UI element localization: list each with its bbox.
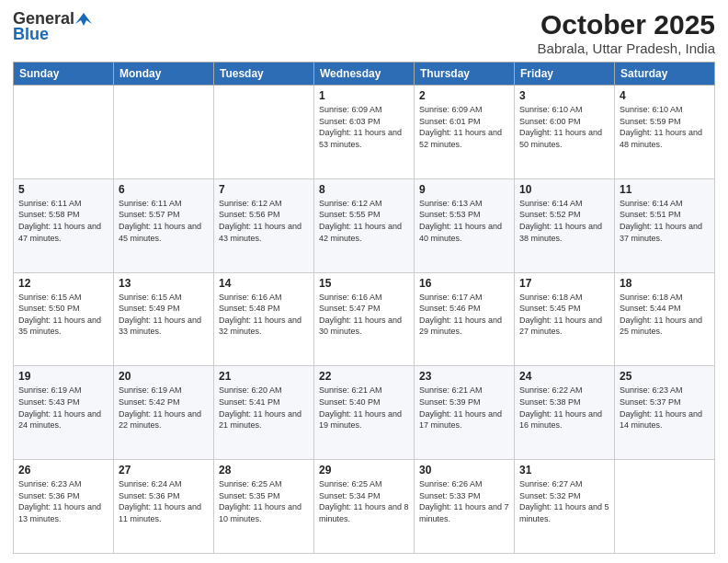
table-row <box>615 460 715 554</box>
day-number: 15 <box>319 277 409 290</box>
day-number: 19 <box>18 370 108 383</box>
day-number: 14 <box>219 277 309 290</box>
day-detail: Sunrise: 6:23 AMSunset: 5:37 PMDaylight:… <box>620 385 710 431</box>
day-detail: Sunrise: 6:27 AMSunset: 5:32 PMDaylight:… <box>519 478 609 524</box>
table-row: 27Sunrise: 6:24 AMSunset: 5:36 PMDayligh… <box>114 460 214 554</box>
logo-blue-text: Blue <box>13 25 49 44</box>
page: General Blue October 2025 Babrala, Uttar… <box>0 0 728 563</box>
day-detail: Sunrise: 6:11 AMSunset: 5:58 PMDaylight:… <box>18 198 108 244</box>
day-detail: Sunrise: 6:16 AMSunset: 5:48 PMDaylight:… <box>219 292 309 338</box>
table-row: 13Sunrise: 6:15 AMSunset: 5:49 PMDayligh… <box>114 272 214 366</box>
day-number: 23 <box>419 370 509 383</box>
col-wednesday: Wednesday <box>314 63 415 86</box>
day-detail: Sunrise: 6:12 AMSunset: 5:56 PMDaylight:… <box>219 198 309 244</box>
day-detail: Sunrise: 6:10 AMSunset: 6:00 PMDaylight:… <box>519 104 609 150</box>
calendar-week-row: 26Sunrise: 6:23 AMSunset: 5:36 PMDayligh… <box>14 460 715 554</box>
day-number: 22 <box>319 370 409 383</box>
day-detail: Sunrise: 6:13 AMSunset: 5:53 PMDaylight:… <box>419 198 509 244</box>
table-row: 23Sunrise: 6:21 AMSunset: 5:39 PMDayligh… <box>415 366 515 460</box>
day-detail: Sunrise: 6:14 AMSunset: 5:51 PMDaylight:… <box>620 198 710 244</box>
day-number: 6 <box>119 183 209 196</box>
logo-bird-icon <box>75 11 92 28</box>
day-detail: Sunrise: 6:10 AMSunset: 5:59 PMDaylight:… <box>620 104 710 150</box>
calendar-subtitle: Babrala, Uttar Pradesh, India <box>538 40 715 56</box>
calendar-week-row: 19Sunrise: 6:19 AMSunset: 5:43 PMDayligh… <box>14 366 715 460</box>
table-row: 11Sunrise: 6:14 AMSunset: 5:51 PMDayligh… <box>615 178 715 272</box>
day-detail: Sunrise: 6:19 AMSunset: 5:43 PMDaylight:… <box>18 385 108 431</box>
day-detail: Sunrise: 6:21 AMSunset: 5:39 PMDaylight:… <box>419 385 509 431</box>
table-row: 26Sunrise: 6:23 AMSunset: 5:36 PMDayligh… <box>14 460 114 554</box>
table-row: 21Sunrise: 6:20 AMSunset: 5:41 PMDayligh… <box>214 366 314 460</box>
table-row: 3Sunrise: 6:10 AMSunset: 6:00 PMDaylight… <box>515 86 615 179</box>
day-detail: Sunrise: 6:24 AMSunset: 5:36 PMDaylight:… <box>119 478 209 524</box>
day-number: 11 <box>620 183 710 196</box>
table-row: 17Sunrise: 6:18 AMSunset: 5:45 PMDayligh… <box>515 272 615 366</box>
table-row: 30Sunrise: 6:26 AMSunset: 5:33 PMDayligh… <box>415 460 515 554</box>
table-row <box>14 86 114 179</box>
day-detail: Sunrise: 6:12 AMSunset: 5:55 PMDaylight:… <box>319 198 409 244</box>
table-row: 6Sunrise: 6:11 AMSunset: 5:57 PMDaylight… <box>114 178 214 272</box>
table-row: 4Sunrise: 6:10 AMSunset: 5:59 PMDaylight… <box>615 86 715 179</box>
header: General Blue October 2025 Babrala, Uttar… <box>13 9 715 56</box>
day-number: 25 <box>620 370 710 383</box>
calendar-week-row: 1Sunrise: 6:09 AMSunset: 6:03 PMDaylight… <box>14 86 715 179</box>
col-saturday: Saturday <box>615 63 715 86</box>
day-number: 7 <box>219 183 309 196</box>
day-number: 21 <box>219 370 309 383</box>
day-detail: Sunrise: 6:18 AMSunset: 5:44 PMDaylight:… <box>620 292 710 338</box>
calendar-week-row: 12Sunrise: 6:15 AMSunset: 5:50 PMDayligh… <box>14 272 715 366</box>
col-tuesday: Tuesday <box>214 63 314 86</box>
day-number: 24 <box>519 370 609 383</box>
day-number: 1 <box>319 89 409 102</box>
table-row: 20Sunrise: 6:19 AMSunset: 5:42 PMDayligh… <box>114 366 214 460</box>
day-number: 12 <box>18 277 108 290</box>
day-number: 18 <box>620 277 710 290</box>
col-monday: Monday <box>114 63 214 86</box>
table-row: 1Sunrise: 6:09 AMSunset: 6:03 PMDaylight… <box>314 86 415 179</box>
day-detail: Sunrise: 6:11 AMSunset: 5:57 PMDaylight:… <box>119 198 209 244</box>
col-friday: Friday <box>515 63 615 86</box>
table-row: 19Sunrise: 6:19 AMSunset: 5:43 PMDayligh… <box>14 366 114 460</box>
calendar-header-row: Sunday Monday Tuesday Wednesday Thursday… <box>14 63 715 86</box>
day-number: 2 <box>419 89 509 102</box>
day-number: 28 <box>219 464 309 477</box>
day-detail: Sunrise: 6:17 AMSunset: 5:46 PMDaylight:… <box>419 292 509 338</box>
table-row: 14Sunrise: 6:16 AMSunset: 5:48 PMDayligh… <box>214 272 314 366</box>
day-number: 13 <box>119 277 209 290</box>
table-row <box>114 86 214 179</box>
day-detail: Sunrise: 6:15 AMSunset: 5:50 PMDaylight:… <box>18 292 108 338</box>
day-number: 26 <box>18 464 108 477</box>
calendar-week-row: 5Sunrise: 6:11 AMSunset: 5:58 PMDaylight… <box>14 178 715 272</box>
table-row: 8Sunrise: 6:12 AMSunset: 5:55 PMDaylight… <box>314 178 415 272</box>
day-number: 17 <box>519 277 609 290</box>
day-number: 16 <box>419 277 509 290</box>
day-detail: Sunrise: 6:18 AMSunset: 5:45 PMDaylight:… <box>519 292 609 338</box>
day-number: 8 <box>319 183 409 196</box>
day-detail: Sunrise: 6:25 AMSunset: 5:35 PMDaylight:… <box>219 478 309 524</box>
day-number: 9 <box>419 183 509 196</box>
day-detail: Sunrise: 6:22 AMSunset: 5:38 PMDaylight:… <box>519 385 609 431</box>
col-thursday: Thursday <box>415 63 515 86</box>
table-row: 24Sunrise: 6:22 AMSunset: 5:38 PMDayligh… <box>515 366 615 460</box>
table-row: 2Sunrise: 6:09 AMSunset: 6:01 PMDaylight… <box>415 86 515 179</box>
day-detail: Sunrise: 6:14 AMSunset: 5:52 PMDaylight:… <box>519 198 609 244</box>
day-detail: Sunrise: 6:16 AMSunset: 5:47 PMDaylight:… <box>319 292 409 338</box>
day-detail: Sunrise: 6:09 AMSunset: 6:03 PMDaylight:… <box>319 104 409 150</box>
table-row: 10Sunrise: 6:14 AMSunset: 5:52 PMDayligh… <box>515 178 615 272</box>
table-row: 15Sunrise: 6:16 AMSunset: 5:47 PMDayligh… <box>314 272 415 366</box>
day-detail: Sunrise: 6:23 AMSunset: 5:36 PMDaylight:… <box>18 478 108 524</box>
day-detail: Sunrise: 6:20 AMSunset: 5:41 PMDaylight:… <box>219 385 309 431</box>
day-detail: Sunrise: 6:19 AMSunset: 5:42 PMDaylight:… <box>119 385 209 431</box>
day-number: 29 <box>319 464 409 477</box>
day-number: 30 <box>419 464 509 477</box>
day-number: 3 <box>519 89 609 102</box>
svg-marker-0 <box>75 13 92 26</box>
table-row: 7Sunrise: 6:12 AMSunset: 5:56 PMDaylight… <box>214 178 314 272</box>
table-row: 18Sunrise: 6:18 AMSunset: 5:44 PMDayligh… <box>615 272 715 366</box>
table-row: 22Sunrise: 6:21 AMSunset: 5:40 PMDayligh… <box>314 366 415 460</box>
day-detail: Sunrise: 6:21 AMSunset: 5:40 PMDaylight:… <box>319 385 409 431</box>
day-number: 20 <box>119 370 209 383</box>
col-sunday: Sunday <box>14 63 114 86</box>
day-detail: Sunrise: 6:25 AMSunset: 5:34 PMDaylight:… <box>319 478 409 524</box>
logo: General Blue <box>13 9 92 44</box>
